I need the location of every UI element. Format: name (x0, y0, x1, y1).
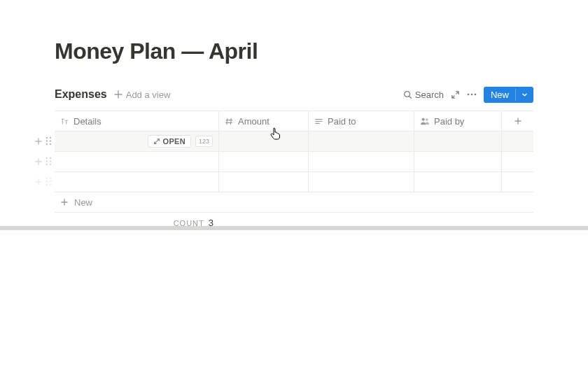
cell-paid-to[interactable] (309, 172, 414, 192)
new-row-label: New (74, 197, 92, 208)
cell-paid-to[interactable] (309, 132, 414, 152)
cell-trailing (502, 172, 533, 192)
cell-amount[interactable] (219, 172, 309, 192)
svg-point-10 (46, 157, 48, 159)
column-header-label: Details (74, 116, 102, 127)
cell-amount[interactable] (219, 132, 309, 152)
search-label: Search (415, 90, 444, 100)
page-title[interactable]: Money Plan — April (55, 38, 533, 64)
add-column-button[interactable] (502, 111, 533, 132)
database-table: Details Amount Paid to Paid by (55, 111, 533, 233)
svg-point-8 (46, 143, 48, 145)
svg-point-23 (426, 118, 428, 121)
column-header-amount[interactable]: Amount (219, 111, 309, 132)
new-button[interactable]: New (484, 87, 533, 103)
database-header: Expenses Add a view Search New (55, 84, 533, 105)
svg-point-13 (50, 160, 51, 162)
new-button-label: New (484, 87, 515, 103)
svg-point-7 (50, 140, 51, 141)
title-property-icon (60, 117, 69, 126)
person-property-icon (420, 117, 430, 126)
more-options-button[interactable] (467, 93, 477, 96)
plus-icon (60, 198, 69, 206)
cell-paid-to[interactable] (309, 152, 414, 172)
expand-button[interactable] (451, 90, 460, 99)
svg-point-1 (468, 94, 470, 96)
svg-point-21 (50, 184, 51, 185)
svg-point-18 (46, 181, 48, 182)
table-row[interactable]: OPEN 123 (55, 132, 533, 152)
column-header-label: Paid by (434, 116, 464, 127)
plus-icon (114, 90, 122, 99)
svg-point-19 (50, 181, 51, 182)
drag-handle-icon (46, 157, 52, 166)
cell-trailing (502, 152, 533, 172)
add-view-button[interactable]: Add a view (114, 90, 171, 100)
open-icon (153, 138, 160, 145)
row-index-hint: 123 (195, 136, 213, 147)
drag-handle[interactable] (46, 136, 52, 146)
column-header-paid-to[interactable]: Paid to (309, 111, 414, 132)
add-view-label: Add a view (126, 90, 171, 100)
svg-point-15 (50, 164, 51, 165)
database-name[interactable]: Expenses (55, 88, 107, 101)
cell-amount[interactable] (219, 152, 309, 172)
cell-paid-by[interactable] (414, 152, 502, 172)
text-property-icon (314, 117, 323, 126)
drag-handle[interactable] (46, 177, 52, 186)
plus-icon (34, 157, 43, 166)
svg-point-11 (50, 157, 51, 159)
plus-icon (34, 137, 43, 146)
drag-handle-icon (46, 136, 52, 146)
open-row-label: OPEN (163, 137, 186, 146)
row-gutter (25, 111, 55, 192)
add-row-inline-button[interactable] (34, 157, 43, 166)
cell-details[interactable] (55, 152, 219, 172)
table-row[interactable] (55, 172, 533, 192)
svg-point-14 (46, 164, 48, 165)
svg-point-16 (46, 178, 48, 179)
add-row-inline-button[interactable] (34, 137, 43, 146)
dots-icon (467, 93, 477, 96)
svg-point-20 (46, 184, 48, 185)
svg-point-22 (422, 118, 425, 120)
drag-handle-icon (46, 177, 52, 186)
add-row-inline-button[interactable] (34, 178, 43, 186)
column-header-label: Paid to (328, 116, 356, 127)
cell-paid-by[interactable] (414, 172, 502, 192)
svg-point-6 (46, 140, 48, 141)
new-row-button[interactable]: New (55, 192, 533, 213)
drag-handle[interactable] (46, 157, 52, 166)
svg-point-17 (50, 178, 51, 179)
svg-point-12 (46, 160, 48, 162)
open-row-button[interactable]: OPEN (148, 135, 191, 148)
column-header-paid-by[interactable]: Paid by (414, 111, 502, 132)
search-icon (403, 90, 412, 99)
cell-paid-by[interactable] (414, 132, 502, 152)
column-header-label: Amount (238, 116, 270, 127)
svg-point-3 (475, 94, 477, 96)
svg-point-9 (50, 143, 51, 145)
cell-trailing (502, 132, 533, 152)
new-button-dropdown[interactable] (515, 89, 533, 101)
number-property-icon (225, 117, 234, 126)
cell-details[interactable] (55, 172, 219, 192)
page-divider (0, 226, 588, 230)
table-row[interactable] (55, 152, 533, 172)
plus-icon (514, 117, 522, 125)
chevron-down-icon (522, 92, 528, 98)
svg-point-2 (471, 94, 473, 96)
search-button[interactable]: Search (403, 90, 444, 100)
plus-icon (34, 178, 43, 186)
svg-point-4 (46, 137, 48, 139)
svg-point-5 (50, 137, 51, 139)
expand-icon (451, 90, 460, 99)
column-header-details[interactable]: Details (55, 111, 219, 132)
